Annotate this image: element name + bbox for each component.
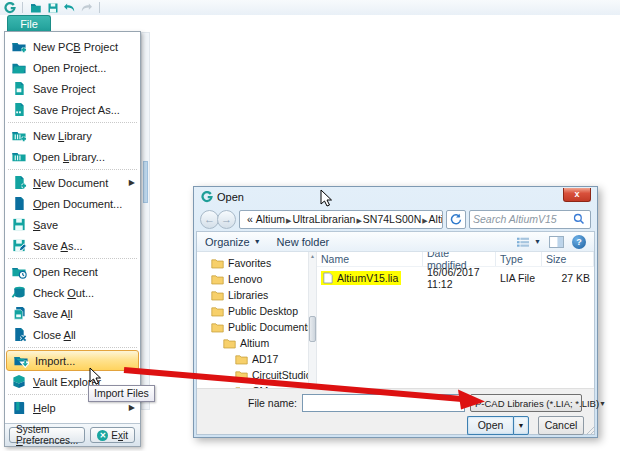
breadcrumb-item-altiumv15[interactable]: AltiumV15 (429, 213, 443, 225)
save-document-icon[interactable] (46, 2, 59, 14)
file-name-cell[interactable]: AltiumV15.lia (321, 271, 401, 285)
breadcrumb-item-sn74ls00n[interactable]: SN74LS00N (363, 213, 421, 225)
menu-item-save-project[interactable]: Save Project (5, 78, 140, 99)
check-out-icon (11, 285, 27, 300)
file-menu-tab[interactable]: File (7, 15, 51, 32)
open-document-icon (11, 196, 27, 211)
column-header-date-modified[interactable]: Date modified (423, 252, 496, 266)
breadcrumb-separator-icon: ▶ (286, 217, 291, 224)
file-name: AltiumV15.lia (337, 272, 398, 284)
menu-item-new-pcb-project[interactable]: New PCB Project (5, 36, 140, 57)
breadcrumb-item-ultralibrarian[interactable]: UltraLibrarian (292, 213, 355, 225)
menu-separator (8, 347, 137, 348)
menu-item-import[interactable]: Import... (6, 350, 139, 371)
exit-button[interactable]: ✕Exit (90, 427, 135, 443)
breadcrumb-separator-icon: ▶ (422, 217, 427, 224)
open-recent-icon (11, 264, 27, 279)
column-header-type[interactable]: Type (496, 252, 542, 266)
menu-item-label: New Library (33, 130, 92, 142)
breadcrumb-item-altium[interactable]: Altium (256, 213, 285, 225)
preview-pane-button[interactable] (549, 236, 564, 248)
tree-item-cm[interactable]: CM (197, 383, 308, 388)
open-document-icon[interactable] (29, 2, 42, 14)
save-project-icon (11, 81, 27, 96)
size-cell: 27 KB (542, 272, 594, 284)
dialog-navigation-bar: ← → « Altium▶UltraLibrarian▶SN74LS00N▶Al… (194, 207, 597, 231)
help-button[interactable]: ? (572, 235, 586, 249)
tree-item-libraries[interactable]: Libraries (197, 287, 308, 303)
change-view-button[interactable]: ▼ (516, 236, 541, 248)
organize-button[interactable]: Organize▼ (205, 236, 261, 248)
breadcrumb-prefix[interactable]: « (247, 213, 253, 225)
menu-item-check-out[interactable]: Check Out... (5, 282, 140, 303)
save-as-icon (11, 238, 27, 253)
menu-item-label: Save As... (33, 240, 83, 252)
save-icon (11, 217, 27, 232)
tree-item-favorites[interactable]: Favorites (197, 255, 308, 271)
submenu-arrow-icon: ▶ (129, 178, 135, 187)
menu-item-save-as[interactable]: Save As... (5, 235, 140, 256)
menu-item-label: Save All (33, 308, 73, 320)
menu-item-close-all[interactable]: Close All (5, 324, 140, 345)
file-row-altiumv15-lia[interactable]: AltiumV15.lia16/06/2017 11:12LIA File27 … (317, 269, 594, 286)
resize-grip[interactable] (585, 425, 595, 435)
submenu-arrow-icon: ▶ (129, 403, 135, 412)
tree-item-ad17[interactable]: AD17 (197, 351, 308, 367)
system-preferences-button[interactable]: System Preferences... (9, 427, 85, 443)
menu-item-label: Open Project... (33, 62, 106, 74)
search-icon[interactable] (573, 213, 585, 225)
file-menu-footer: System Preferences... ✕Exit (5, 423, 140, 446)
menu-item-open-document[interactable]: Open Document... (5, 193, 140, 214)
file-type-select[interactable]: P-CAD Libraries (*.LIA; *.LIB) ▼ (470, 394, 582, 412)
file-name-input[interactable] (302, 394, 465, 412)
refresh-button[interactable] (446, 210, 466, 229)
cancel-button[interactable]: Cancel (538, 416, 584, 435)
dialog-title: Open (217, 191, 244, 203)
tree-scrollbar-thumb[interactable] (309, 316, 316, 342)
menu-item-save-all[interactable]: Save All (5, 303, 140, 324)
folder-icon (235, 354, 248, 365)
menu-item-new-library[interactable]: New Library (5, 125, 140, 146)
altium-logo-icon (3, 2, 16, 14)
open-button[interactable]: Open (467, 416, 513, 435)
search-input[interactable] (473, 213, 573, 225)
file-list-rows: AltiumV15.lia16/06/2017 11:12LIA File27 … (317, 267, 594, 286)
search-box[interactable] (469, 210, 591, 229)
folder-tree: FavoritesLenovoLibrariesPublic DesktopPu… (197, 252, 308, 388)
column-header-size[interactable]: Size (542, 252, 594, 266)
app-toolbar (0, 0, 620, 15)
folder-icon (211, 258, 224, 269)
menu-item-open-library[interactable]: Open Library... (5, 146, 140, 167)
tree-item-altium[interactable]: Altium (197, 335, 308, 351)
menu-item-open-recent[interactable]: Open Recent (5, 261, 140, 282)
forward-button[interactable]: → (217, 210, 236, 229)
menu-item-open-project[interactable]: Open Project... (5, 57, 140, 78)
open-dialog-titlebar[interactable]: Open x (194, 187, 597, 207)
tree-scrollbar[interactable]: ▲ (308, 252, 317, 388)
background-scrollbar[interactable] (141, 32, 150, 410)
close-button[interactable]: x (563, 188, 591, 202)
menu-separator (8, 169, 137, 170)
open-button-dropdown[interactable]: ▼ (513, 416, 529, 435)
tree-item-public-desktop[interactable]: Public Desktop (197, 303, 308, 319)
menu-item-save-project-as[interactable]: Save Project As... (5, 99, 140, 120)
scroll-up-icon[interactable]: ▲ (309, 252, 316, 261)
tree-item-circuitstudio-1-4[interactable]: CircuitStudio 1.4 (197, 367, 308, 383)
save-all-icon (11, 306, 27, 321)
type-cell: LIA File (496, 272, 542, 284)
column-header-name[interactable]: Name (317, 252, 423, 266)
new-folder-button[interactable]: New folder (277, 236, 330, 248)
command-bar: Organize▼ New folder ▼ ? (197, 232, 594, 252)
menu-item-new-document[interactable]: New Document▶ (5, 172, 140, 193)
address-bar[interactable]: « Altium▶UltraLibrarian▶SN74LS00N▶Altium… (239, 210, 443, 229)
new-library-icon (11, 128, 27, 143)
background-scrollbar-thumb[interactable] (143, 161, 148, 203)
menu-separator (8, 122, 137, 123)
tree-item-lenovo[interactable]: Lenovo (197, 271, 308, 287)
menu-item-save[interactable]: Save (5, 214, 140, 235)
undo-icon[interactable] (63, 2, 76, 14)
tree-item-label: CM (252, 385, 268, 388)
file-list: NameDate modifiedTypeSize AltiumV15.lia1… (317, 252, 594, 388)
tree-item-public-documents[interactable]: Public Documents (197, 319, 308, 335)
dialog-main: FavoritesLenovoLibrariesPublic DesktopPu… (197, 252, 594, 388)
